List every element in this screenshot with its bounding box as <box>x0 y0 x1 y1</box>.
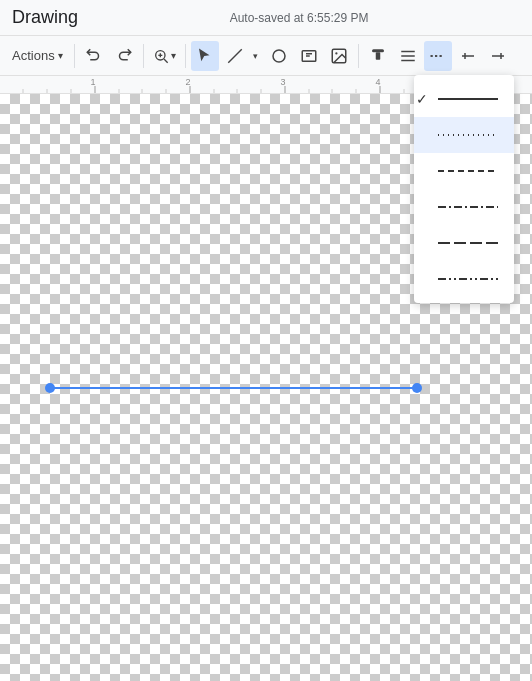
dash-dot-preview <box>438 202 498 212</box>
line-end-icon <box>489 47 507 65</box>
solid-check: ✓ <box>416 91 428 107</box>
actions-chevron: ▾ <box>58 50 63 61</box>
line-tool-group: ▾ <box>221 41 263 71</box>
textbox-icon <box>300 47 318 65</box>
textbox-button[interactable] <box>295 41 323 71</box>
svg-text:3: 3 <box>280 77 285 87</box>
divider-3 <box>185 44 186 68</box>
line-button[interactable] <box>221 41 249 71</box>
image-button[interactable] <box>325 41 353 71</box>
line-start-button[interactable] <box>454 41 482 71</box>
dash-option-dash-dot[interactable] <box>414 189 514 225</box>
zoom-icon <box>153 48 169 64</box>
select-button[interactable] <box>191 41 219 71</box>
redo-icon <box>115 47 133 65</box>
dash-option-solid[interactable]: ✓ <box>414 81 514 117</box>
line-chevron: ▾ <box>253 51 258 61</box>
line-start-icon <box>459 47 477 65</box>
svg-point-5 <box>273 50 285 62</box>
zoom-chevron: ▾ <box>171 50 176 61</box>
line-icon <box>226 47 244 65</box>
image-icon <box>330 47 348 65</box>
svg-text:4: 4 <box>375 77 380 87</box>
dash-option-dashed-long[interactable] <box>414 225 514 261</box>
dash-option-dash-dot-dot[interactable] <box>414 261 514 297</box>
svg-line-4 <box>228 49 242 63</box>
line-handle-right[interactable] <box>412 383 422 393</box>
paint-icon <box>369 47 387 65</box>
autosave-status: Auto-saved at 6:55:29 PM <box>78 11 520 25</box>
svg-text:1: 1 <box>90 77 95 87</box>
paint-button[interactable] <box>364 41 392 71</box>
align-button[interactable] <box>394 41 422 71</box>
actions-button[interactable]: Actions ▾ <box>6 41 69 71</box>
dotted-line-preview <box>438 130 498 140</box>
line-end-button[interactable] <box>484 41 512 71</box>
line-handle-left[interactable] <box>45 383 55 393</box>
canvas-line <box>50 387 417 389</box>
zoom-button[interactable]: ▾ <box>149 41 180 71</box>
svg-rect-11 <box>375 52 380 60</box>
divider-4 <box>358 44 359 68</box>
actions-label: Actions <box>12 48 55 63</box>
dashed-short-preview <box>438 166 498 176</box>
redo-button[interactable] <box>110 41 138 71</box>
undo-icon <box>85 47 103 65</box>
dash-option-dashed-short[interactable] <box>414 153 514 189</box>
svg-line-1 <box>164 59 168 63</box>
shape-icon <box>270 47 288 65</box>
dash-style-button[interactable] <box>424 41 452 71</box>
solid-line-preview <box>438 94 498 104</box>
svg-text:2: 2 <box>185 77 190 87</box>
align-icon <box>399 47 417 65</box>
dash-dot-dot-preview <box>438 274 498 284</box>
line-chevron-button[interactable]: ▾ <box>249 41 263 71</box>
top-bar: Drawing Auto-saved at 6:55:29 PM <box>0 0 532 36</box>
dash-dropdown: ✓ <box>414 75 514 303</box>
shape-button[interactable] <box>265 41 293 71</box>
divider-2 <box>143 44 144 68</box>
svg-point-10 <box>335 52 337 54</box>
select-icon <box>196 47 214 65</box>
dash-style-icon <box>429 47 447 65</box>
divider-1 <box>74 44 75 68</box>
toolbar: Actions ▾ ▾ <box>0 36 532 76</box>
dashed-long-preview <box>438 238 498 248</box>
dash-option-dotted[interactable] <box>414 117 514 153</box>
canvas-line-container <box>50 383 417 393</box>
app-title: Drawing <box>12 7 78 28</box>
undo-button[interactable] <box>80 41 108 71</box>
